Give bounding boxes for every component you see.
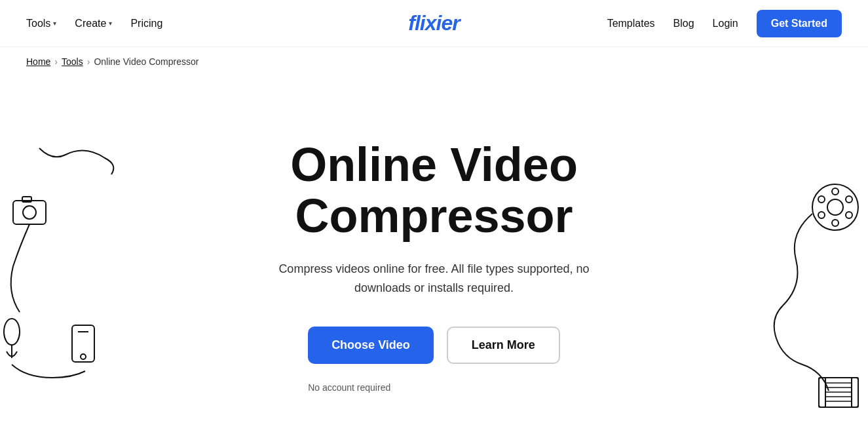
svg-point-1 [23, 206, 36, 219]
breadcrumb-home[interactable]: Home [26, 56, 50, 67]
nav-tools-label: Tools [26, 18, 50, 30]
nav-create-label: Create [75, 18, 106, 30]
deco-right-illustration [724, 155, 868, 417]
breadcrumb-sep-1: › [54, 56, 58, 67]
svg-rect-0 [13, 201, 46, 224]
hero-buttons: Choose Video Learn More No account requi… [308, 327, 560, 393]
nav-right: Templates Blog Login Get Started [607, 10, 842, 37]
svg-point-14 [818, 212, 825, 218]
tools-chevron-icon: ▾ [53, 20, 56, 27]
svg-point-10 [832, 188, 839, 195]
hero-buttons-row: Choose Video Learn More [308, 327, 560, 364]
svg-point-8 [812, 184, 858, 230]
nav-left: Tools ▾ Create ▾ Pricing [26, 18, 162, 30]
breadcrumb-sep-2: › [87, 56, 90, 67]
svg-rect-17 [819, 378, 825, 407]
create-chevron-icon: ▾ [109, 20, 112, 27]
svg-point-13 [846, 196, 852, 203]
hero-section: Online Video Compressor Compress videos … [0, 76, 868, 438]
nav-tools[interactable]: Tools ▾ [26, 18, 56, 30]
svg-rect-18 [852, 378, 858, 407]
site-logo[interactable]: flixier [408, 11, 459, 35]
hero-title: Online Video Compressor [205, 140, 664, 242]
nav-login[interactable]: Login [713, 18, 738, 30]
svg-rect-16 [819, 378, 858, 407]
svg-point-11 [832, 220, 839, 226]
svg-rect-2 [22, 197, 31, 202]
navbar: Tools ▾ Create ▾ Pricing flixier Templat… [0, 0, 868, 47]
hero-subtitle: Compress videos online for free. All fil… [251, 260, 618, 298]
svg-point-15 [846, 212, 852, 218]
choose-video-button[interactable]: Choose Video [308, 327, 434, 364]
nav-blog[interactable]: Blog [673, 18, 694, 30]
get-started-button[interactable]: Get Started [757, 10, 842, 37]
nav-pricing-label: Pricing [130, 18, 162, 30]
nav-create[interactable]: Create ▾ [75, 18, 112, 30]
breadcrumb: Home › Tools › Online Video Compressor [0, 47, 868, 76]
breadcrumb-tools[interactable]: Tools [62, 56, 83, 67]
svg-point-9 [827, 199, 843, 215]
svg-point-6 [81, 354, 86, 359]
learn-more-button[interactable]: Learn More [447, 327, 560, 364]
breadcrumb-current: Online Video Compressor [94, 56, 198, 67]
svg-point-12 [818, 196, 825, 203]
no-account-text: No account required [308, 382, 390, 393]
svg-point-3 [4, 319, 20, 345]
svg-rect-5 [72, 325, 94, 362]
nav-pricing[interactable]: Pricing [130, 18, 162, 30]
nav-templates[interactable]: Templates [607, 18, 655, 30]
deco-left-illustration [0, 142, 131, 391]
